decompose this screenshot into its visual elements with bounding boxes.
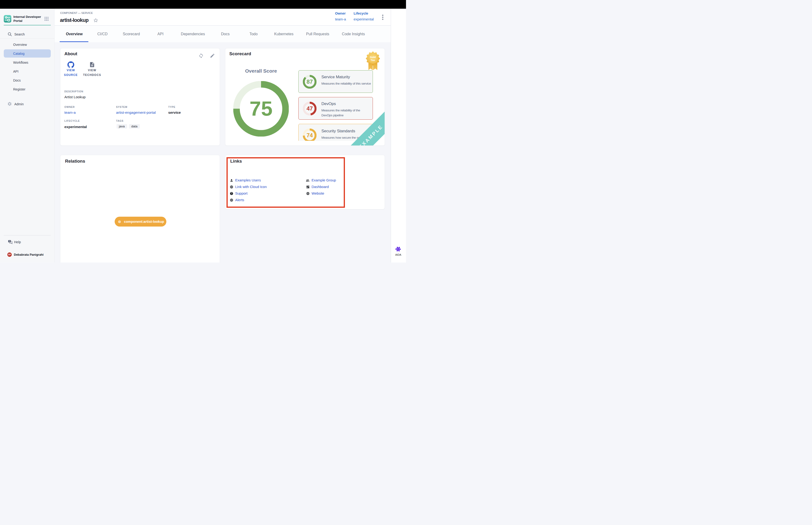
svg-text:Gold: Gold [370, 56, 376, 59]
svg-text:Tier: Tier [370, 59, 376, 62]
svg-text:?: ? [9, 240, 10, 242]
